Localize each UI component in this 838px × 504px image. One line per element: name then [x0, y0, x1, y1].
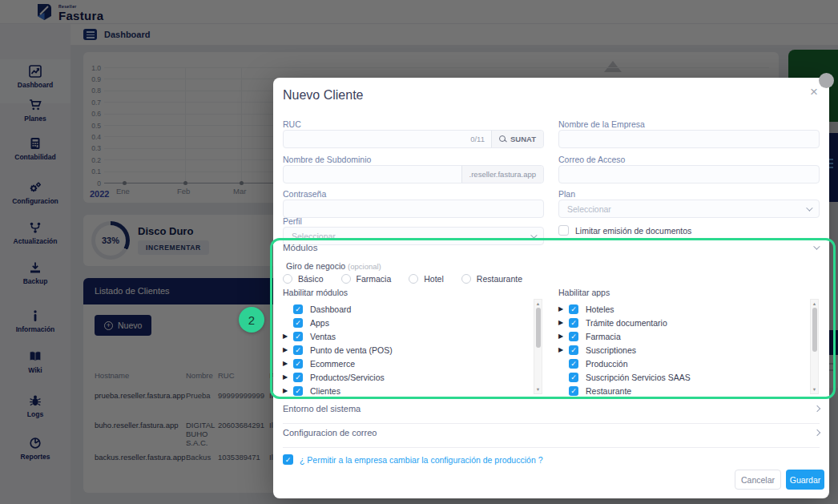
expand-arrow-icon[interactable]: ▶: [558, 346, 569, 353]
mail-config-section[interactable]: Configuracion de correo: [283, 428, 820, 437]
plan-label: Plan: [558, 189, 575, 199]
app-item-label: Producción: [586, 359, 628, 369]
save-button[interactable]: Guardar: [786, 470, 824, 490]
module-checkbox[interactable]: [293, 359, 303, 369]
radio-label: Restaurante: [477, 274, 522, 284]
chevron-down-icon: [806, 204, 812, 211]
floating-dot: [819, 73, 834, 88]
company-name-input[interactable]: [559, 135, 819, 144]
plan-select[interactable]: Seleccionar: [558, 200, 820, 218]
business-line-option-restaurante[interactable]: Restaurante: [461, 274, 522, 284]
access-email-label: Correo de Acceso: [558, 155, 625, 164]
ruc-input[interactable]: [284, 135, 470, 144]
apps-scrollbar[interactable]: ▲▼: [810, 299, 819, 394]
app-item-suscripcion-servicios-saas[interactable]: Suscripción Servicios SAAS: [558, 370, 820, 384]
modules-section-header[interactable]: Módulos: [283, 243, 317, 252]
business-line-option-farmacia[interactable]: Farmacia: [341, 274, 392, 284]
expand-arrow-icon[interactable]: ▶: [283, 333, 293, 340]
access-email-field: [558, 165, 820, 183]
chevron-down-icon: [813, 243, 820, 249]
module-item-productosservicios[interactable]: ▶Productos/Servicios: [283, 370, 544, 384]
app-checkbox[interactable]: [569, 304, 578, 314]
chevron-right-icon: [814, 429, 820, 436]
radio-button[interactable]: [409, 274, 418, 284]
modules-scrollbar[interactable]: ▲▼: [534, 299, 542, 394]
app-item-suscriptiones[interactable]: ▶Suscriptiones: [558, 343, 820, 357]
close-icon[interactable]: ×: [810, 84, 818, 100]
expand-arrow-icon[interactable]: ▶: [283, 360, 293, 367]
business-line-option-basico[interactable]: Básico: [283, 274, 324, 284]
plan-select-value: Seleccionar: [567, 204, 611, 214]
module-checkbox[interactable]: [293, 304, 303, 314]
module-checkbox[interactable]: [293, 345, 303, 355]
expand-arrow-icon[interactable]: ▶: [283, 387, 293, 394]
module-item-clientes[interactable]: ▶Clientes: [283, 384, 544, 397]
ruc-label: RUC: [283, 119, 301, 129]
module-item-punto-de-venta-pos[interactable]: ▶Punto de venta (POS): [283, 343, 544, 357]
expand-arrow-icon[interactable]: ▶: [558, 305, 569, 312]
app-root: Reseller Fastura Dashboard DashboardPlan…: [0, 0, 838, 504]
chevron-down-icon: [530, 232, 537, 238]
profile-select[interactable]: Seleccionar: [283, 227, 544, 245]
expand-arrow-icon[interactable]: ▶: [283, 346, 293, 353]
module-checkbox[interactable]: [293, 318, 303, 328]
app-item-farmacia[interactable]: ▶Farmacia: [558, 329, 820, 343]
radio-button[interactable]: [341, 274, 351, 284]
profile-label: Perfil: [283, 216, 302, 226]
module-checkbox[interactable]: [293, 332, 303, 341]
app-checkbox[interactable]: [569, 359, 578, 369]
cancel-button[interactable]: Cancelar: [735, 470, 781, 490]
app-item-label: Farmacia: [586, 332, 621, 341]
chevron-right-icon: [814, 405, 820, 412]
radio-label: Básico: [298, 274, 324, 284]
app-checkbox[interactable]: [569, 386, 578, 396]
app-item-tramite-documentario[interactable]: ▶Trámite documentario: [558, 316, 820, 329]
app-item-hoteles[interactable]: ▶Hoteles: [558, 302, 820, 316]
apps-list: ▶Hoteles▶Trámite documentario▶Farmacia▶S…: [558, 302, 820, 397]
module-checkbox[interactable]: [293, 386, 303, 396]
limit-documents-checkbox[interactable]: [558, 225, 569, 236]
app-checkbox[interactable]: [569, 332, 578, 341]
company-name-field: [558, 130, 820, 148]
apps-column: Habilitar apps ▶Hoteles▶Trámite document…: [558, 288, 820, 397]
expand-arrow-icon[interactable]: ▶: [283, 373, 293, 381]
app-item-produccion[interactable]: Producción: [558, 357, 820, 370]
app-item-label: Hoteles: [586, 304, 614, 314]
module-checkbox[interactable]: [293, 373, 303, 382]
module-item-apps[interactable]: Apps: [283, 316, 544, 329]
sunat-button[interactable]: SUNAT: [491, 131, 543, 147]
ruc-input-group: 0/11 SUNAT: [283, 130, 544, 148]
app-checkbox[interactable]: [569, 345, 578, 355]
enable-modules-label: Habilitar módulos: [283, 288, 544, 297]
system-environment-section[interactable]: Entorno del sistema: [283, 404, 820, 413]
annotation-step-badge: 2: [239, 307, 264, 333]
app-checkbox[interactable]: [569, 318, 578, 328]
module-item-label: Clientes: [310, 386, 340, 396]
enable-apps-label: Habilitar apps: [558, 288, 820, 297]
radio-button[interactable]: [283, 274, 292, 284]
app-item-restaurante[interactable]: Restaurante: [558, 384, 820, 397]
password-input[interactable]: [284, 204, 543, 214]
module-item-label: Dashboard: [310, 304, 351, 314]
app-item-label: Restaurante: [586, 386, 631, 396]
subdomain-label: Nombre de Subdominio: [283, 155, 371, 164]
subdomain-input[interactable]: [284, 170, 461, 179]
access-email-input[interactable]: [559, 170, 819, 179]
expand-arrow-icon[interactable]: ▶: [558, 319, 569, 326]
limit-documents-row: Limitar emisión de documentos: [558, 225, 691, 236]
modal-title: Nuevo Cliente: [283, 88, 364, 103]
radio-button[interactable]: [461, 274, 471, 284]
app-checkbox[interactable]: [569, 373, 578, 382]
app-item-label: Suscripción Servicios SAAS: [586, 373, 691, 382]
module-item-ecommerce[interactable]: ▶Ecommerce: [283, 357, 544, 370]
module-item-dashboard[interactable]: Dashboard: [283, 302, 544, 316]
business-line-optional: (opcional): [348, 262, 381, 271]
business-line-option-hotel[interactable]: Hotel: [409, 274, 444, 284]
module-item-ventas[interactable]: ▶Ventas: [283, 329, 544, 343]
business-line-options: BásicoFarmaciaHotelRestaurante: [283, 274, 522, 284]
expand-arrow-icon[interactable]: ▶: [558, 333, 569, 340]
module-item-label: Punto de venta (POS): [310, 345, 393, 355]
production-config-checkbox[interactable]: [283, 454, 293, 465]
app-item-label: Trámite documentario: [586, 318, 667, 328]
module-item-label: Productos/Servicios: [310, 373, 385, 382]
